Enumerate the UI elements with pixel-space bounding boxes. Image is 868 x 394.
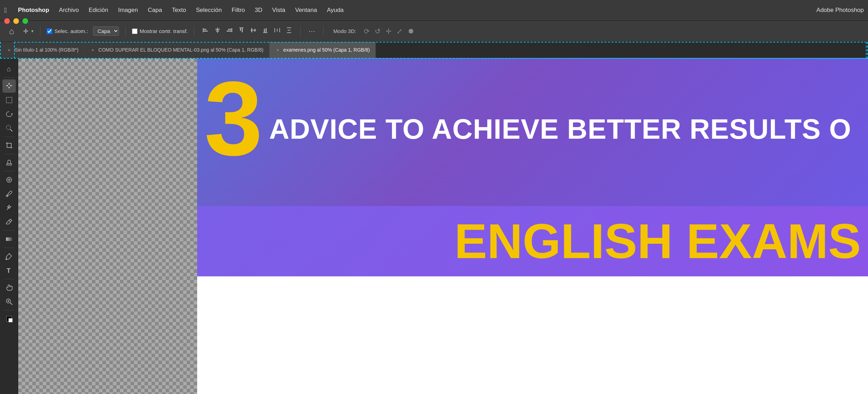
tool-marquee-rect[interactable] bbox=[2, 93, 16, 107]
tool-type[interactable]: T bbox=[2, 264, 16, 277]
tool-zoom[interactable] bbox=[2, 295, 16, 308]
tool-stamp[interactable] bbox=[2, 156, 16, 169]
left-toolbar: ⌂ bbox=[0, 59, 18, 394]
svg-rect-2 bbox=[203, 31, 208, 32]
tab-close-3[interactable]: × bbox=[275, 47, 281, 53]
tab-bar-container: × Sin título-1 al 100% (RGB/8*) × COMO S… bbox=[0, 42, 868, 59]
design-white-section bbox=[197, 276, 868, 394]
align-horizontal-centers-icon[interactable] bbox=[213, 26, 222, 36]
design-number-3: 3 bbox=[204, 66, 259, 171]
svg-point-33 bbox=[6, 195, 8, 197]
svg-point-41 bbox=[6, 259, 7, 260]
svg-line-27 bbox=[10, 129, 12, 131]
tool-hand[interactable] bbox=[2, 281, 16, 294]
menu-capa[interactable]: Capa bbox=[143, 5, 167, 15]
show-transform-checkbox[interactable]: Mostrar contr. transf. bbox=[132, 28, 188, 34]
more-options-icon[interactable]: ··· bbox=[307, 26, 317, 36]
layer-select[interactable]: Capa bbox=[93, 26, 119, 36]
separator-2 bbox=[125, 26, 126, 37]
tab-examenes[interactable]: × examenes.png al 50% (Capa 1, RGB/8) bbox=[269, 42, 376, 58]
align-right-edges-icon[interactable] bbox=[225, 26, 234, 36]
tool-home[interactable]: ⌂ bbox=[2, 62, 16, 75]
home-icon[interactable]: ⌂ bbox=[5, 25, 18, 38]
menu-texto[interactable]: Texto bbox=[167, 5, 191, 15]
menu-ventana[interactable]: Ventana bbox=[290, 5, 322, 15]
minimize-button[interactable] bbox=[13, 18, 19, 24]
close-button[interactable] bbox=[4, 18, 10, 24]
menu-vista[interactable]: Vista bbox=[267, 5, 291, 15]
canvas-area[interactable]: 3 ADVICE TO ACHIEVE BETTER RESULTS O ENG… bbox=[18, 59, 868, 394]
svg-rect-13 bbox=[251, 28, 252, 32]
tool-sep-3 bbox=[4, 154, 14, 154]
main-area: ⌂ bbox=[0, 59, 868, 394]
svg-rect-5 bbox=[216, 31, 219, 32]
mode3d-icon3[interactable]: ✛ bbox=[386, 27, 392, 35]
distribute-v-icon[interactable] bbox=[284, 26, 294, 36]
tool-pen[interactable] bbox=[2, 250, 16, 263]
options-bar: ⌂ ✛ ▾ Selec. autom.: Capa Mostrar contr.… bbox=[0, 21, 868, 42]
tool-clone[interactable] bbox=[2, 201, 16, 215]
svg-rect-3 bbox=[217, 27, 218, 33]
svg-rect-28 bbox=[7, 143, 11, 147]
move-icon[interactable]: ✛ bbox=[23, 27, 28, 35]
tool-sep-8 bbox=[4, 310, 14, 310]
tool-gradient[interactable] bbox=[2, 232, 16, 246]
show-transform-label: Mostrar contr. transf. bbox=[140, 28, 188, 34]
align-top-edges-icon[interactable] bbox=[236, 26, 246, 36]
tool-lasso[interactable] bbox=[2, 107, 16, 121]
tab-close-2[interactable]: × bbox=[90, 47, 96, 53]
tool-quick-select[interactable] bbox=[2, 122, 16, 135]
auto-select-input[interactable] bbox=[47, 28, 52, 34]
tool-move[interactable] bbox=[2, 79, 16, 93]
svg-line-39 bbox=[9, 220, 11, 222]
mode3d-icon4[interactable]: ⤢ bbox=[396, 27, 402, 35]
svg-rect-0 bbox=[203, 28, 203, 32]
svg-rect-9 bbox=[239, 27, 243, 28]
separator-5 bbox=[323, 26, 323, 37]
tab-sin-titulo[interactable]: × Sin título-1 al 100% (RGB/8*) bbox=[1, 42, 85, 58]
menu-edicion[interactable]: Edición bbox=[84, 5, 113, 15]
auto-select-checkbox[interactable]: Selec. autom.: bbox=[47, 28, 88, 34]
tab-close-1[interactable]: × bbox=[6, 47, 12, 53]
svg-rect-1 bbox=[203, 29, 206, 30]
show-transform-input[interactable] bbox=[132, 28, 138, 34]
tab-bloqueo-mental[interactable]: × COMO SUPERAR EL BLOQUEO MENTAL-03.png … bbox=[85, 42, 269, 58]
distribute-icon[interactable] bbox=[272, 26, 282, 36]
align-bottom-edges-icon[interactable] bbox=[260, 26, 270, 36]
mode3d-icon5[interactable]: ⏺ bbox=[407, 27, 414, 35]
tool-brush[interactable] bbox=[2, 187, 16, 201]
menu-imagen[interactable]: Imagen bbox=[113, 5, 143, 15]
svg-rect-14 bbox=[254, 29, 255, 32]
design-exams-label: ENGLISH EXAMS bbox=[454, 213, 868, 270]
svg-rect-21 bbox=[287, 27, 291, 28]
tool-crop[interactable] bbox=[2, 139, 16, 152]
align-left-edges-icon[interactable] bbox=[201, 26, 211, 36]
mode3d-icon2[interactable]: ↺ bbox=[375, 27, 381, 35]
mode3d-icon1[interactable]: ⟳ bbox=[364, 27, 370, 35]
svg-rect-18 bbox=[274, 28, 275, 32]
tool-eraser[interactable] bbox=[2, 215, 16, 229]
menu-ayuda[interactable]: Ayuda bbox=[322, 5, 349, 15]
svg-rect-7 bbox=[228, 29, 232, 30]
apple-menu[interactable]:  bbox=[4, 6, 7, 14]
menu-3d[interactable]: 3D bbox=[250, 5, 267, 15]
tool-sep-2 bbox=[4, 137, 14, 137]
svg-rect-4 bbox=[215, 29, 220, 30]
svg-rect-20 bbox=[277, 29, 278, 32]
tool-sep-1 bbox=[4, 77, 14, 78]
tool-healing[interactable] bbox=[2, 173, 16, 186]
svg-line-44 bbox=[10, 303, 12, 305]
move-dropdown-arrow[interactable]: ▾ bbox=[31, 28, 34, 34]
tool-sep-6 bbox=[4, 248, 14, 248]
align-vertical-centers-icon[interactable] bbox=[248, 26, 258, 36]
svg-marker-24 bbox=[6, 83, 12, 89]
tab-bar: × Sin título-1 al 100% (RGB/8*) × COMO S… bbox=[0, 42, 868, 59]
menu-filtro[interactable]: Filtro bbox=[227, 5, 250, 15]
menu-photoshop[interactable]: Photoshop bbox=[13, 5, 54, 15]
tool-foreground[interactable] bbox=[2, 312, 16, 326]
svg-rect-15 bbox=[263, 32, 267, 33]
canvas-document: 3 ADVICE TO ACHIEVE BETTER RESULTS O ENG… bbox=[197, 59, 868, 394]
menu-archivo[interactable]: Archivo bbox=[54, 5, 84, 15]
maximize-button[interactable] bbox=[22, 18, 28, 24]
menu-seleccion[interactable]: Selección bbox=[191, 5, 227, 15]
